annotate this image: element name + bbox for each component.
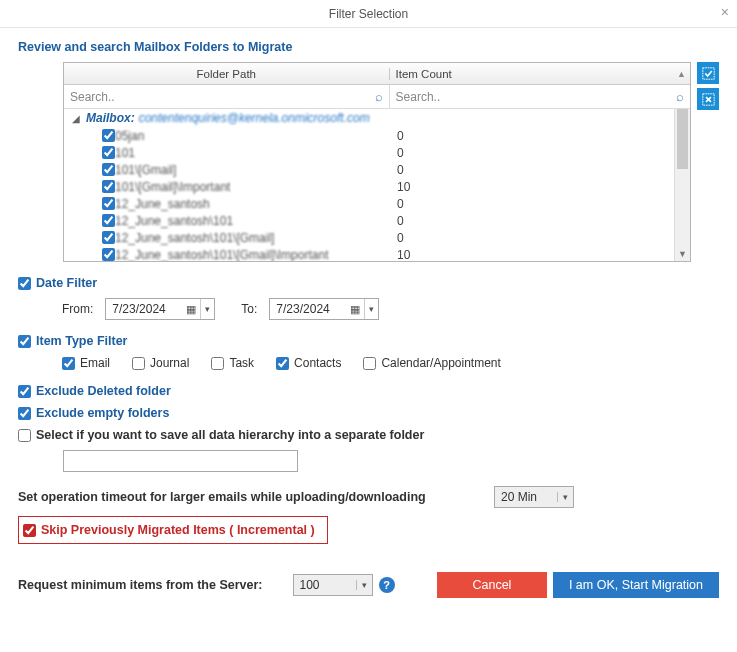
item-type-filter-checkbox[interactable]: Item Type Filter bbox=[18, 334, 719, 348]
check-all-icon bbox=[702, 67, 715, 80]
row-checkbox[interactable] bbox=[102, 214, 115, 227]
folder-name: 101\[Gmail]\Important bbox=[115, 180, 391, 194]
item-count: 0 bbox=[391, 129, 690, 143]
exclude-deleted-label: Exclude Deleted folder bbox=[36, 384, 171, 398]
item-count: 0 bbox=[391, 146, 690, 160]
request-value: 100 bbox=[294, 578, 356, 592]
row-checkbox[interactable] bbox=[102, 197, 115, 210]
chevron-down-icon[interactable]: ▾ bbox=[557, 492, 573, 502]
timeout-value: 20 Min bbox=[495, 490, 557, 504]
row-checkbox[interactable] bbox=[102, 163, 115, 176]
help-icon[interactable]: ? bbox=[379, 577, 395, 593]
bottom-row: Request minimum items from the Server: 1… bbox=[18, 572, 719, 598]
table-row[interactable]: 12_June_santosh\1010 bbox=[64, 212, 690, 229]
type-contacts[interactable]: Contacts bbox=[276, 356, 341, 370]
item-type-section: Item Type Filter Email Journal Task Cont… bbox=[18, 334, 719, 370]
incremental-highlight: Skip Previously Migrated Items ( Increme… bbox=[18, 516, 328, 544]
options-section: Exclude Deleted folder Exclude empty fol… bbox=[18, 384, 719, 472]
footer-buttons: Cancel I am OK, Start Migration bbox=[437, 572, 719, 598]
folder-name: 12_June_santosh\101\[Gmail] bbox=[115, 231, 391, 245]
table-row[interactable]: 1010 bbox=[64, 144, 690, 161]
grid-scrollbar[interactable]: ▲ ▼ bbox=[674, 109, 690, 261]
date-filter-label: Date Filter bbox=[36, 276, 97, 290]
table-row[interactable]: 12_June_santosh0 bbox=[64, 195, 690, 212]
date-row: From: 7/23/2024 ▦ ▾ To: 7/23/2024 ▦ ▾ bbox=[62, 298, 719, 320]
search-icon: ⌕ bbox=[676, 89, 684, 104]
table-row[interactable]: 05jan0 bbox=[64, 127, 690, 144]
exclude-empty-label: Exclude empty folders bbox=[36, 406, 169, 420]
cancel-button[interactable]: Cancel bbox=[437, 572, 547, 598]
table-row[interactable]: 12_June_santosh\101\[Gmail]0 bbox=[64, 229, 690, 246]
table-row[interactable]: 101\[Gmail]\Important10 bbox=[64, 178, 690, 195]
request-combo[interactable]: 100 ▾ bbox=[293, 574, 373, 596]
select-all-button[interactable] bbox=[697, 62, 719, 84]
separate-folder-checkbox[interactable]: Select if you want to save all data hier… bbox=[18, 428, 719, 442]
grid-body[interactable]: ◢ Mailbox: contentenquiries@kernela.onmi… bbox=[64, 109, 690, 261]
exclude-empty-checkbox[interactable]: Exclude empty folders bbox=[18, 406, 719, 420]
search-folder-input[interactable]: Search.. ⌕ bbox=[64, 85, 390, 108]
item-count: 0 bbox=[391, 197, 690, 211]
row-checkbox[interactable] bbox=[102, 129, 115, 142]
scroll-down-icon[interactable]: ▼ bbox=[675, 246, 690, 261]
date-filter-check[interactable] bbox=[18, 277, 31, 290]
grid-header: Folder Path Item Count ▲ bbox=[64, 63, 690, 85]
from-date-input[interactable]: 7/23/2024 ▦ ▾ bbox=[105, 298, 215, 320]
item-count: 0 bbox=[391, 231, 690, 245]
date-filter-checkbox[interactable]: Date Filter bbox=[18, 276, 719, 290]
separate-folder-label: Select if you want to save all data hier… bbox=[36, 428, 424, 442]
request-label: Request minimum items from the Server: bbox=[18, 578, 263, 592]
item-type-filter-check[interactable] bbox=[18, 335, 31, 348]
deselect-all-button[interactable] bbox=[697, 88, 719, 110]
exclude-deleted-checkbox[interactable]: Exclude Deleted folder bbox=[18, 384, 719, 398]
search-count-input[interactable]: Search.. ⌕ bbox=[390, 85, 690, 108]
item-type-filter-label: Item Type Filter bbox=[36, 334, 127, 348]
calendar-icon[interactable]: ▦ bbox=[182, 303, 200, 316]
to-date-input[interactable]: 7/23/2024 ▦ ▾ bbox=[269, 298, 379, 320]
row-checkbox[interactable] bbox=[102, 180, 115, 193]
to-label: To: bbox=[241, 302, 257, 316]
item-count: 10 bbox=[391, 180, 690, 194]
col-item-count[interactable]: Item Count ▲ bbox=[390, 68, 690, 80]
type-option-row: Email Journal Task Contacts Calendar/App… bbox=[62, 356, 719, 370]
row-checkbox[interactable] bbox=[102, 248, 115, 261]
type-email[interactable]: Email bbox=[62, 356, 110, 370]
mailbox-label: Mailbox: bbox=[86, 111, 135, 125]
svg-rect-0 bbox=[702, 67, 713, 78]
row-checkbox[interactable] bbox=[102, 231, 115, 244]
folder-name: 05jan bbox=[115, 129, 391, 143]
chevron-down-icon[interactable]: ▾ bbox=[364, 299, 378, 319]
type-task[interactable]: Task bbox=[211, 356, 254, 370]
folder-name: 101 bbox=[115, 146, 391, 160]
timeout-combo[interactable]: 20 Min ▾ bbox=[494, 486, 574, 508]
sort-asc-icon: ▲ bbox=[677, 69, 686, 79]
collapse-icon[interactable]: ◢ bbox=[72, 113, 82, 124]
chevron-down-icon[interactable]: ▾ bbox=[200, 299, 214, 319]
folder-name: 12_June_santosh\101\[Gmail]\Important bbox=[115, 248, 391, 262]
folder-name: 101\[Gmail] bbox=[115, 163, 391, 177]
col-folder-path[interactable]: Folder Path bbox=[64, 68, 390, 80]
hierarchy-folder-input[interactable] bbox=[63, 450, 298, 472]
table-row[interactable]: 12_June_santosh\101\[Gmail]\Important10 bbox=[64, 246, 690, 261]
from-date-value: 7/23/2024 bbox=[106, 302, 182, 316]
table-row[interactable]: 101\[Gmail]0 bbox=[64, 161, 690, 178]
folder-name: 12_June_santosh bbox=[115, 197, 391, 211]
folder-name: 12_June_santosh\101 bbox=[115, 214, 391, 228]
search-folder-placeholder: Search.. bbox=[70, 90, 115, 104]
grid-search-row: Search.. ⌕ Search.. ⌕ bbox=[64, 85, 690, 109]
type-journal[interactable]: Journal bbox=[132, 356, 189, 370]
incremental-checkbox[interactable]: Skip Previously Migrated Items ( Increme… bbox=[23, 523, 315, 537]
to-date-value: 7/23/2024 bbox=[270, 302, 346, 316]
calendar-icon[interactable]: ▦ bbox=[346, 303, 364, 316]
mailbox-node[interactable]: ◢ Mailbox: contentenquiries@kernela.onmi… bbox=[64, 109, 690, 127]
grid-wrap: Folder Path Item Count ▲ Search.. ⌕ Sear… bbox=[63, 62, 719, 262]
col-item-count-label: Item Count bbox=[396, 68, 452, 80]
timeout-label: Set operation timeout for larger emails … bbox=[18, 490, 426, 504]
start-migration-button[interactable]: I am OK, Start Migration bbox=[553, 572, 719, 598]
close-icon[interactable]: × bbox=[721, 4, 729, 20]
type-calendar[interactable]: Calendar/Appointment bbox=[363, 356, 500, 370]
scroll-thumb[interactable] bbox=[677, 109, 688, 169]
search-icon: ⌕ bbox=[375, 89, 383, 104]
content-area: Review and search Mailbox Folders to Mig… bbox=[0, 28, 737, 608]
chevron-down-icon[interactable]: ▾ bbox=[356, 580, 372, 590]
row-checkbox[interactable] bbox=[102, 146, 115, 159]
